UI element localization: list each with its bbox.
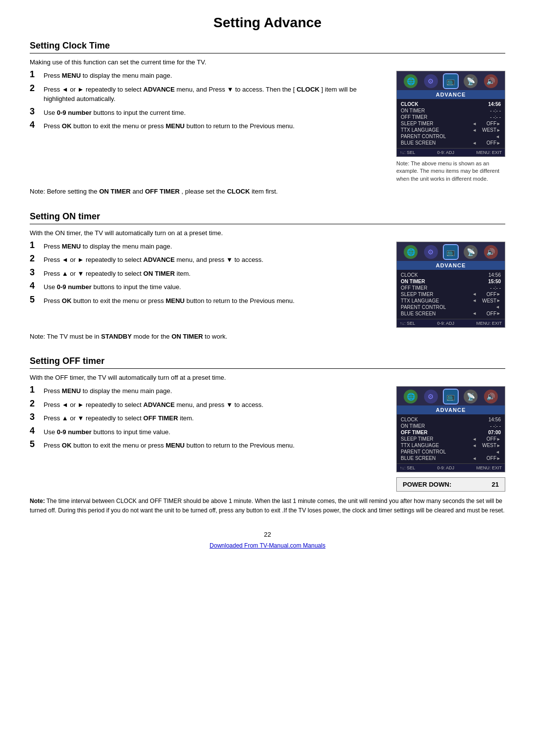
- menu-row: PARENT CONTROL ◄: [401, 133, 501, 140]
- step-text: Press ◄ or ► repeatedly to select ADVANC…: [44, 255, 264, 265]
- arrow-left: ◄: [472, 128, 477, 133]
- step-item: 1 Press MENU to display the menu main pa…: [30, 71, 386, 81]
- menu-icon-sound: 🔊: [484, 245, 498, 259]
- step-number: 2: [30, 399, 44, 409]
- menu-row-label: CLOCK: [401, 101, 481, 107]
- step-item: 3 Press ▲ or ▼ repeatedly to select ON T…: [30, 269, 386, 279]
- menu-title-bar: ADVANCE: [397, 90, 505, 99]
- menu-row-label: OFF TIMER: [401, 430, 481, 435]
- menu-row-value: - -:- -: [481, 423, 501, 429]
- menu-rows: CLOCK 14:56 ON TIMER - -:- - OFF TIMER -…: [397, 99, 505, 148]
- menu-row: TTX LANGUAGE ◄ WEST ►: [401, 442, 501, 449]
- step-text: Press OK button to exit the menu or pres…: [44, 296, 295, 306]
- step-number: 4: [30, 281, 44, 291]
- step-number: 4: [30, 120, 44, 130]
- menu-row-value: 15:50: [481, 279, 501, 284]
- step-text: Use 0-9 number buttons to input the time…: [44, 282, 181, 292]
- menu-row: OFF TIMER - -:- -: [401, 285, 501, 291]
- section-off-title: Setting OFF timer: [30, 356, 505, 369]
- menu-footer: ↑↓: SEL0-9: ADJMENU: EXIT: [397, 463, 505, 472]
- section-clock-intro: Making use of this function can set the …: [30, 58, 505, 66]
- arrow-right: ►: [496, 141, 501, 146]
- menu-row-label: ON TIMER: [401, 108, 481, 113]
- menu-rows: CLOCK 14:56 ON TIMER - -:- - OFF TIMER 0…: [397, 414, 505, 463]
- step-text: Use 0-9 number buttons to input time val…: [44, 427, 170, 437]
- arrow-left: ◄: [472, 298, 477, 303]
- step-item: 4 Press OK button to exit the menu or pr…: [30, 121, 386, 131]
- menu-icon-sound: 🔊: [484, 390, 498, 403]
- menu-footer-item: MENU: EXIT: [476, 465, 502, 470]
- step-text: Press ▲ or ▼ repeatedly to select OFF TI…: [44, 413, 194, 423]
- step-item: 1 Press MENU to display the menu main pa…: [30, 242, 386, 252]
- step-text: Press OK button to exit the menu or pres…: [44, 121, 295, 131]
- menu-row-check: ◄: [495, 304, 500, 309]
- menu-footer-item: ↑↓: SEL: [400, 321, 415, 326]
- clock-steps: 1 Press MENU to display the menu main pa…: [30, 71, 386, 135]
- menu-icon-screen active: 📺: [444, 245, 458, 259]
- menu-footer-item: ↑↓: SEL: [400, 465, 415, 470]
- step-item: 3 Use 0-9 number buttons to input the cu…: [30, 108, 386, 118]
- menu-row-value: - -:- -: [481, 114, 501, 120]
- step-text: Press MENU to display the menu main page…: [44, 242, 172, 252]
- arrow-right: ►: [496, 443, 501, 448]
- clock-menu-note: Note: The above menu is shown as an exam…: [396, 160, 505, 183]
- menu-row: PARENT CONTROL ◄: [401, 449, 501, 455]
- menu-row: BLUE SCREEN ◄ OFF ►: [401, 140, 501, 146]
- menu-footer-item: 0-9: ADJ: [437, 465, 454, 470]
- menu-row-label: BLUE SCREEN: [401, 311, 472, 316]
- step-text: Press ▲ or ▼ repeatedly to select ON TIM…: [44, 269, 191, 279]
- step-number: 3: [30, 267, 44, 278]
- arrow-left: ◄: [472, 121, 477, 126]
- arrow-left: ◄: [472, 311, 477, 316]
- menu-row-label: CLOCK: [401, 272, 481, 278]
- menu-row-value: 14:56: [481, 272, 501, 278]
- menu-footer-item: 0-9: ADJ: [437, 321, 454, 326]
- menu-row-value: 07:00: [481, 430, 501, 435]
- menu-footer-item: ↑↓: SEL: [400, 150, 415, 155]
- menu-row-label: ON TIMER: [401, 279, 481, 284]
- menu-row: SLEEP TIMER ◄ OFF ►: [401, 436, 501, 442]
- menu-row-value: OFF: [477, 292, 496, 297]
- menu-row: SLEEP TIMER ◄ OFF ►: [401, 120, 501, 127]
- step-number: 1: [30, 69, 44, 80]
- menu-icon-remote: 📡: [464, 390, 478, 403]
- arrow-right: ►: [496, 121, 501, 126]
- footer-link[interactable]: Downloaded From TV-Manual.com Manuals: [30, 542, 505, 549]
- menu-icons-row: 🌐⚙📺📡🔊: [397, 242, 505, 261]
- menu-icon-remote: 📡: [464, 245, 478, 259]
- step-item: 5 Press OK button to exit the menu or pr…: [30, 441, 386, 451]
- step-number: 1: [30, 240, 44, 251]
- menu-row-check: ◄: [495, 450, 500, 454]
- section-off-intro: With the OFF timer, the TV will automati…: [30, 374, 505, 381]
- menu-icons-row: 🌐⚙📺📡🔊: [397, 71, 505, 90]
- off-bottom-note: Note: The time interval between CLOCK an…: [30, 497, 505, 515]
- off-steps: 1 Press MENU to display the menu main pa…: [30, 386, 386, 454]
- step-item: 4 Use 0-9 number buttons to input time v…: [30, 427, 386, 437]
- step-text: Press OK button to exit the menu or pres…: [44, 441, 295, 451]
- arrow-left: ◄: [472, 443, 477, 448]
- clock-note: Note: Before setting the ON TIMER and OF…: [30, 187, 505, 197]
- menu-title-bar: ADVANCE: [397, 405, 505, 414]
- step-text: Press MENU to display the menu main page…: [44, 386, 172, 396]
- section-on-title: Setting ON timer: [30, 211, 505, 224]
- step-item: 3 Press ▲ or ▼ repeatedly to select OFF …: [30, 413, 386, 423]
- menu-row: BLUE SCREEN ◄ OFF ►: [401, 455, 501, 461]
- section-clock-content: 1 Press MENU to display the menu main pa…: [30, 71, 505, 183]
- arrow-left: ◄: [472, 437, 477, 442]
- menu-row-check: ◄: [495, 134, 500, 139]
- section-off: Setting OFF timer With the OFF timer, th…: [30, 356, 505, 515]
- step-item: 5 Press OK button to exit the menu or pr…: [30, 296, 386, 306]
- menu-row: CLOCK 14:56: [401, 101, 501, 107]
- menu-icon-gear: ⚙: [424, 390, 438, 403]
- menu-row-value: 14:56: [481, 101, 501, 107]
- arrow-right: ►: [496, 437, 501, 442]
- menu-row-label: SLEEP TIMER: [401, 292, 472, 297]
- menu-row-value: - -:- -: [481, 108, 501, 113]
- arrow-right: ►: [496, 311, 501, 316]
- power-down-box: POWER DOWN: 21: [396, 477, 505, 492]
- menu-title-bar: ADVANCE: [397, 261, 505, 270]
- step-number: 5: [30, 295, 44, 305]
- arrow-left: ◄: [472, 456, 477, 461]
- menu-row-value: - -:- -: [481, 285, 501, 291]
- menu-icon-screen active: 📺: [444, 390, 458, 403]
